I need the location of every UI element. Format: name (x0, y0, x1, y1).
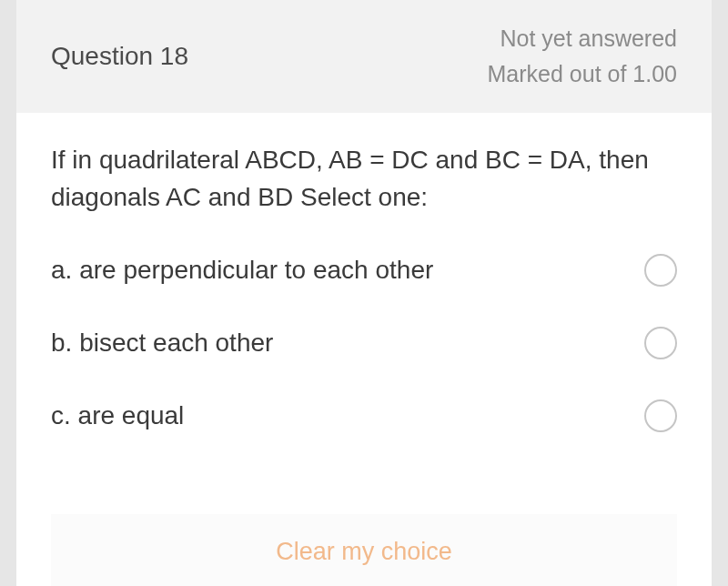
options-list: a. are perpendicular to each other b. bi… (51, 254, 677, 432)
option-label: a. are perpendicular to each other (51, 256, 433, 285)
clear-section: Clear my choice (51, 514, 677, 586)
question-meta: Not yet answered Marked out of 1.00 (488, 25, 677, 87)
answer-status: Not yet answered (488, 25, 677, 52)
question-header: Question 18 Not yet answered Marked out … (16, 0, 712, 113)
radio-icon (644, 327, 677, 359)
option-b[interactable]: b. bisect each other (51, 327, 677, 359)
question-text: If in quadrilateral ABCD, AB = DC and BC… (51, 142, 677, 216)
option-c[interactable]: c. are equal (51, 399, 677, 432)
option-a[interactable]: a. are perpendicular to each other (51, 254, 677, 287)
radio-icon (644, 399, 677, 432)
question-body: If in quadrilateral ABCD, AB = DC and BC… (16, 113, 712, 586)
radio-icon (644, 254, 677, 287)
question-number: Question 18 (51, 42, 188, 71)
question-card: Question 18 Not yet answered Marked out … (16, 0, 712, 586)
option-label: b. bisect each other (51, 328, 273, 358)
option-label: c. are equal (51, 401, 184, 430)
clear-choice-button[interactable]: Clear my choice (276, 538, 452, 566)
marks-info: Marked out of 1.00 (488, 61, 677, 87)
